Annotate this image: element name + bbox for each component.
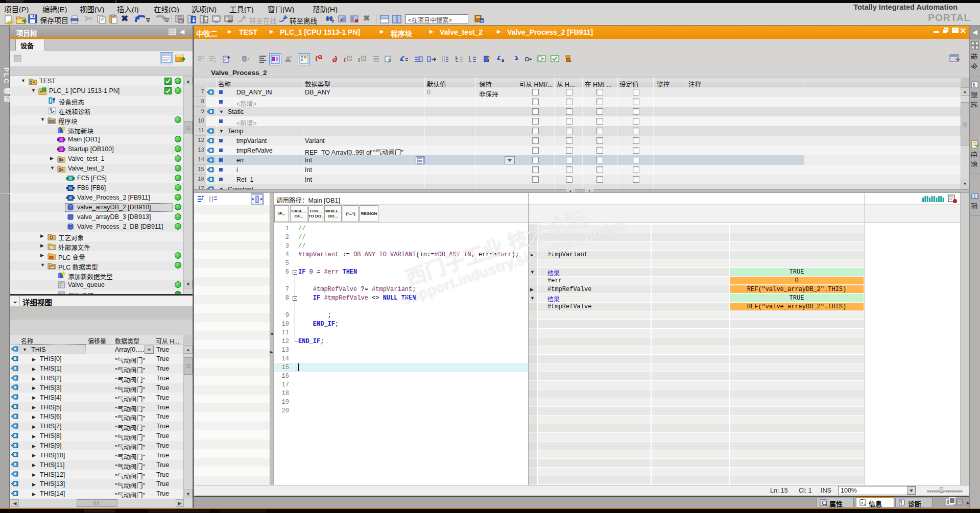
svg-text:01: 01 bbox=[179, 20, 183, 23]
svg-text:RT: RT bbox=[228, 20, 233, 23]
svg-text:a: a bbox=[501, 58, 505, 63]
svg-text:h: h bbox=[481, 19, 483, 23]
svg-text:?: ? bbox=[331, 19, 334, 24]
